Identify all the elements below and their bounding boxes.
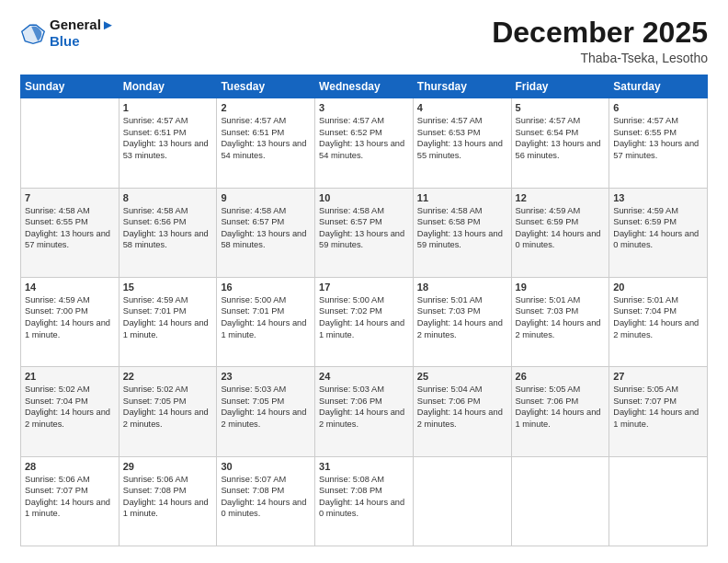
day-number: 14 bbox=[25, 282, 115, 293]
calendar-table: Sunday Monday Tuesday Wednesday Thursday… bbox=[20, 75, 708, 546]
cell-w4-d3: 23Sunrise: 5:03 AMSunset: 7:05 PMDayligh… bbox=[217, 367, 315, 456]
cell-info: Sunrise: 5:05 AMSunset: 7:06 PMDaylight:… bbox=[516, 384, 606, 430]
cell-w3-d6: 19Sunrise: 5:01 AMSunset: 7:03 PMDayligh… bbox=[511, 277, 609, 366]
title-block: December 2025 Thaba-Tseka, Lesotho bbox=[492, 17, 708, 65]
day-number: 23 bbox=[221, 371, 311, 382]
week-row-5: 28Sunrise: 5:06 AMSunset: 7:07 PMDayligh… bbox=[21, 456, 708, 546]
cell-info: Sunrise: 4:58 AMSunset: 6:57 PMDaylight:… bbox=[221, 205, 311, 251]
col-saturday: Saturday bbox=[609, 75, 708, 98]
cell-w2-d6: 12Sunrise: 4:59 AMSunset: 6:59 PMDayligh… bbox=[511, 188, 609, 277]
col-tuesday: Tuesday bbox=[217, 75, 315, 98]
day-number: 5 bbox=[516, 102, 606, 113]
header: General► Blue December 2025 Thaba-Tseka,… bbox=[20, 17, 708, 65]
cell-w2-d5: 11Sunrise: 4:58 AMSunset: 6:58 PMDayligh… bbox=[413, 188, 511, 277]
cell-info: Sunrise: 5:07 AMSunset: 7:08 PMDaylight:… bbox=[221, 474, 311, 520]
day-number: 16 bbox=[221, 282, 311, 293]
cell-w5-d6 bbox=[511, 456, 609, 546]
day-number: 30 bbox=[221, 461, 311, 472]
cell-w5-d4: 31Sunrise: 5:08 AMSunset: 7:08 PMDayligh… bbox=[315, 456, 414, 546]
day-number: 28 bbox=[25, 461, 115, 472]
cell-info: Sunrise: 5:02 AMSunset: 7:04 PMDaylight:… bbox=[25, 384, 115, 430]
cell-info: Sunrise: 5:01 AMSunset: 7:03 PMDaylight:… bbox=[516, 294, 606, 340]
day-number: 25 bbox=[417, 371, 507, 382]
cell-w5-d3: 30Sunrise: 5:07 AMSunset: 7:08 PMDayligh… bbox=[217, 456, 315, 546]
cell-info: Sunrise: 5:06 AMSunset: 7:07 PMDaylight:… bbox=[25, 474, 115, 520]
cell-info: Sunrise: 5:04 AMSunset: 7:06 PMDaylight:… bbox=[417, 384, 507, 430]
day-number: 1 bbox=[123, 102, 213, 113]
col-monday: Monday bbox=[119, 75, 217, 98]
cell-info: Sunrise: 5:06 AMSunset: 7:08 PMDaylight:… bbox=[123, 474, 213, 520]
cell-w3-d3: 16Sunrise: 5:00 AMSunset: 7:01 PMDayligh… bbox=[217, 277, 315, 366]
day-number: 10 bbox=[319, 192, 409, 203]
col-wednesday: Wednesday bbox=[315, 75, 414, 98]
day-number: 27 bbox=[613, 371, 703, 382]
day-number: 29 bbox=[123, 461, 213, 472]
cell-w5-d5 bbox=[413, 456, 511, 546]
week-row-1: 1Sunrise: 4:57 AMSunset: 6:51 PMDaylight… bbox=[21, 98, 708, 188]
day-number: 19 bbox=[516, 282, 606, 293]
logo: General► Blue bbox=[20, 17, 115, 50]
cell-w4-d5: 25Sunrise: 5:04 AMSunset: 7:06 PMDayligh… bbox=[413, 367, 511, 456]
cell-w1-d4: 3Sunrise: 4:57 AMSunset: 6:52 PMDaylight… bbox=[315, 98, 414, 188]
cell-w3-d5: 18Sunrise: 5:01 AMSunset: 7:03 PMDayligh… bbox=[413, 277, 511, 366]
day-number: 24 bbox=[319, 371, 409, 382]
week-row-2: 7Sunrise: 4:58 AMSunset: 6:55 PMDaylight… bbox=[21, 188, 708, 277]
logo-icon bbox=[20, 20, 46, 46]
day-number: 6 bbox=[613, 102, 703, 113]
cell-w4-d1: 21Sunrise: 5:02 AMSunset: 7:04 PMDayligh… bbox=[21, 367, 119, 456]
cell-info: Sunrise: 5:00 AMSunset: 7:02 PMDaylight:… bbox=[319, 294, 409, 340]
cell-info: Sunrise: 4:59 AMSunset: 7:01 PMDaylight:… bbox=[123, 294, 213, 340]
cell-info: Sunrise: 4:58 AMSunset: 6:58 PMDaylight:… bbox=[417, 205, 507, 251]
cell-w3-d2: 15Sunrise: 4:59 AMSunset: 7:01 PMDayligh… bbox=[119, 277, 217, 366]
cell-w3-d7: 20Sunrise: 5:01 AMSunset: 7:04 PMDayligh… bbox=[609, 277, 708, 366]
day-number: 8 bbox=[123, 192, 213, 203]
cell-w2-d2: 8Sunrise: 4:58 AMSunset: 6:56 PMDaylight… bbox=[119, 188, 217, 277]
cell-w2-d7: 13Sunrise: 4:59 AMSunset: 6:59 PMDayligh… bbox=[609, 188, 708, 277]
day-number: 15 bbox=[123, 282, 213, 293]
cell-info: Sunrise: 5:01 AMSunset: 7:04 PMDaylight:… bbox=[613, 294, 703, 340]
cell-info: Sunrise: 5:01 AMSunset: 7:03 PMDaylight:… bbox=[417, 294, 507, 340]
cell-info: Sunrise: 4:59 AMSunset: 6:59 PMDaylight:… bbox=[516, 205, 606, 251]
cell-w4-d6: 26Sunrise: 5:05 AMSunset: 7:06 PMDayligh… bbox=[511, 367, 609, 456]
cell-info: Sunrise: 4:58 AMSunset: 6:56 PMDaylight:… bbox=[123, 205, 213, 251]
cell-info: Sunrise: 5:08 AMSunset: 7:08 PMDaylight:… bbox=[319, 474, 409, 520]
cell-info: Sunrise: 4:57 AMSunset: 6:55 PMDaylight:… bbox=[613, 115, 703, 161]
cell-info: Sunrise: 4:58 AMSunset: 6:57 PMDaylight:… bbox=[319, 205, 409, 251]
cell-info: Sunrise: 4:57 AMSunset: 6:51 PMDaylight:… bbox=[123, 115, 213, 161]
day-number: 18 bbox=[417, 282, 507, 293]
day-number: 7 bbox=[25, 192, 115, 203]
day-number: 2 bbox=[221, 102, 311, 113]
cell-info: Sunrise: 5:00 AMSunset: 7:01 PMDaylight:… bbox=[221, 294, 311, 340]
cell-w5-d1: 28Sunrise: 5:06 AMSunset: 7:07 PMDayligh… bbox=[21, 456, 119, 546]
cell-w2-d1: 7Sunrise: 4:58 AMSunset: 6:55 PMDaylight… bbox=[21, 188, 119, 277]
col-sunday: Sunday bbox=[21, 75, 119, 98]
cell-info: Sunrise: 4:57 AMSunset: 6:54 PMDaylight:… bbox=[516, 115, 606, 161]
cell-w3-d4: 17Sunrise: 5:00 AMSunset: 7:02 PMDayligh… bbox=[315, 277, 414, 366]
calendar-page: General► Blue December 2025 Thaba-Tseka,… bbox=[0, 0, 728, 563]
day-number: 17 bbox=[319, 282, 409, 293]
location: Thaba-Tseka, Lesotho bbox=[492, 51, 708, 65]
cell-info: Sunrise: 4:59 AMSunset: 7:00 PMDaylight:… bbox=[25, 294, 115, 340]
cell-w1-d7: 6Sunrise: 4:57 AMSunset: 6:55 PMDaylight… bbox=[609, 98, 708, 188]
cell-info: Sunrise: 5:03 AMSunset: 7:05 PMDaylight:… bbox=[221, 384, 311, 430]
cell-w4-d2: 22Sunrise: 5:02 AMSunset: 7:05 PMDayligh… bbox=[119, 367, 217, 456]
cell-info: Sunrise: 5:02 AMSunset: 7:05 PMDaylight:… bbox=[123, 384, 213, 430]
month-title: December 2025 bbox=[492, 17, 708, 49]
day-number: 4 bbox=[417, 102, 507, 113]
cell-info: Sunrise: 4:57 AMSunset: 6:53 PMDaylight:… bbox=[417, 115, 507, 161]
cell-w1-d3: 2Sunrise: 4:57 AMSunset: 6:51 PMDaylight… bbox=[217, 98, 315, 188]
day-number: 3 bbox=[319, 102, 409, 113]
cell-w3-d1: 14Sunrise: 4:59 AMSunset: 7:00 PMDayligh… bbox=[21, 277, 119, 366]
cell-info: Sunrise: 4:57 AMSunset: 6:51 PMDaylight:… bbox=[221, 115, 311, 161]
cell-info: Sunrise: 4:59 AMSunset: 6:59 PMDaylight:… bbox=[613, 205, 703, 251]
day-number: 22 bbox=[123, 371, 213, 382]
week-row-4: 21Sunrise: 5:02 AMSunset: 7:04 PMDayligh… bbox=[21, 367, 708, 456]
col-thursday: Thursday bbox=[413, 75, 511, 98]
week-row-3: 14Sunrise: 4:59 AMSunset: 7:00 PMDayligh… bbox=[21, 277, 708, 366]
cell-info: Sunrise: 4:58 AMSunset: 6:55 PMDaylight:… bbox=[25, 205, 115, 251]
cell-w1-d1 bbox=[21, 98, 119, 188]
day-number: 9 bbox=[221, 192, 311, 203]
cell-info: Sunrise: 5:03 AMSunset: 7:06 PMDaylight:… bbox=[319, 384, 409, 430]
logo-text: General► Blue bbox=[50, 17, 115, 50]
cell-w2-d4: 10Sunrise: 4:58 AMSunset: 6:57 PMDayligh… bbox=[315, 188, 414, 277]
